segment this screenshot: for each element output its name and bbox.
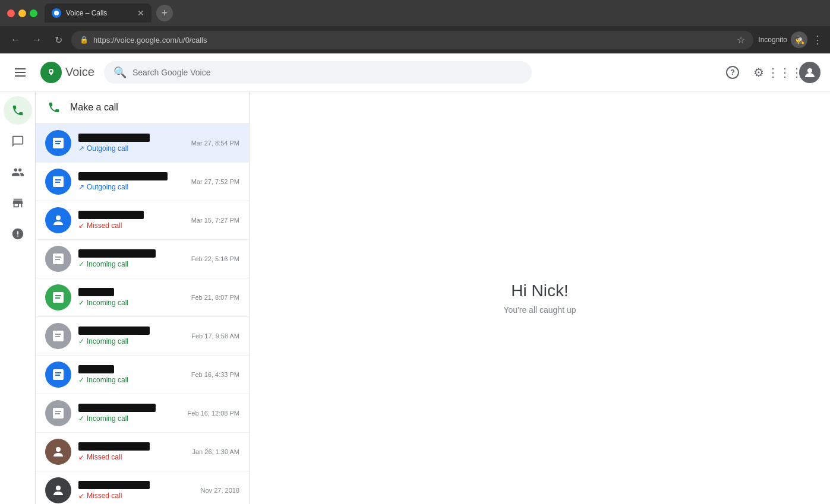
svg-point-3 xyxy=(807,68,812,73)
tab-close-icon[interactable]: ✕ xyxy=(137,8,144,18)
svg-point-10 xyxy=(56,215,61,220)
voice-logo-icon xyxy=(40,62,62,83)
help-button[interactable]: ? xyxy=(721,61,744,84)
svg-point-2 xyxy=(50,70,52,72)
call-date: Feb 17, 9:58 AM xyxy=(191,332,239,340)
incognito-avatar: 🕵 xyxy=(791,31,807,48)
call-type-label: Missed call xyxy=(87,492,122,500)
user-avatar[interactable] xyxy=(799,62,820,83)
call-list: ↗ Outgoing call Mar 27, 8:54 PM xyxy=(36,124,249,504)
call-info: ✓ Incoming call xyxy=(78,249,184,268)
svg-rect-25 xyxy=(55,413,60,414)
call-type: ✓ Incoming call xyxy=(78,376,184,384)
app-container: Voice 🔍 ? ⚙ ⋮⋮⋮ xyxy=(0,53,830,504)
call-info: ✓ Incoming call xyxy=(78,288,184,307)
settings-icon: ⚙ xyxy=(753,65,764,80)
call-date: Feb 22, 5:16 PM xyxy=(191,255,239,262)
call-info: ↗ Outgoing call xyxy=(78,134,184,153)
hamburger-menu-button[interactable] xyxy=(10,62,31,83)
call-list-item[interactable]: ↙ Missed call Nov 27, 2018 xyxy=(36,471,249,504)
call-avatar xyxy=(45,400,71,426)
outgoing-arrow-icon: ↗ xyxy=(78,183,84,191)
redacted-name xyxy=(78,249,156,258)
sidebar-item-contacts[interactable] xyxy=(4,158,32,186)
address-bar[interactable]: 🔒 https://voice.google.com/u/0/calls ☆ xyxy=(71,31,753,49)
call-type-label: Outgoing call xyxy=(87,183,128,191)
redacted-name xyxy=(78,404,156,412)
call-list-item[interactable]: ↙ Missed call Mar 15, 7:27 PM xyxy=(36,201,249,240)
call-name xyxy=(78,249,184,259)
call-date: Mar 27, 7:52 PM xyxy=(191,178,239,185)
call-list-item[interactable]: ✓ Incoming call Feb 17, 9:58 AM xyxy=(36,317,249,356)
traffic-lights xyxy=(7,9,37,17)
tab-favicon-icon xyxy=(52,8,61,18)
apps-button[interactable]: ⋮⋮⋮ xyxy=(773,61,797,84)
call-list-item[interactable]: ✓ Incoming call Feb 22, 5:16 PM xyxy=(36,240,249,278)
call-list-item[interactable]: ✓ Incoming call Feb 16, 4:33 PM xyxy=(36,356,249,394)
call-type-label: Incoming call xyxy=(87,376,128,384)
call-info: ↗ Outgoing call xyxy=(78,172,184,191)
call-date: Nov 27, 2018 xyxy=(201,487,239,494)
call-list-item[interactable]: ↗ Outgoing call Mar 27, 7:52 PM xyxy=(36,163,249,201)
incognito-label: Incognito xyxy=(758,36,787,44)
call-avatar xyxy=(45,323,71,349)
browser-titlebar: Voice – Calls ✕ + xyxy=(0,0,830,26)
call-list-item[interactable]: ↙ Missed call Jan 26, 1:30 AM xyxy=(36,433,249,471)
redacted-name xyxy=(78,442,150,451)
address-text: https://voice.google.com/u/0/calls xyxy=(93,36,207,45)
redacted-name xyxy=(78,288,114,296)
sidebar-item-messages[interactable] xyxy=(4,127,32,156)
sidebar-item-archive[interactable] xyxy=(4,220,32,248)
call-name xyxy=(78,288,184,297)
redacted-name xyxy=(78,481,150,489)
forward-button[interactable]: → xyxy=(29,31,45,48)
missed-arrow-icon: ↙ xyxy=(78,453,84,461)
call-list-item[interactable]: ✓ Incoming call Feb 21, 8:07 PM xyxy=(36,278,249,317)
call-date: Jan 26, 1:30 AM xyxy=(192,448,240,455)
svg-rect-5 xyxy=(55,141,61,142)
incognito-section: Incognito 🕵 xyxy=(758,31,807,48)
call-name xyxy=(78,442,185,452)
call-info: ✓ Incoming call xyxy=(78,404,181,423)
maximize-button[interactable] xyxy=(30,9,37,17)
apps-grid-icon: ⋮⋮⋮ xyxy=(767,65,803,80)
reload-button[interactable]: ↻ xyxy=(50,31,67,48)
call-type: ↗ Outgoing call xyxy=(78,183,184,191)
help-icon: ? xyxy=(726,66,739,79)
call-date: Feb 16, 4:33 PM xyxy=(191,371,239,378)
tab-title: Voice – Calls xyxy=(66,9,132,17)
call-type: ✓ Incoming call xyxy=(78,260,184,268)
search-input[interactable] xyxy=(132,68,522,77)
hamburger-line xyxy=(15,68,26,69)
browser-more-button[interactable]: ⋮ xyxy=(812,33,823,46)
minimize-button[interactable] xyxy=(18,9,26,17)
browser-tab[interactable]: Voice – Calls ✕ xyxy=(45,4,152,23)
svg-rect-24 xyxy=(55,411,61,412)
call-list-item[interactable]: ✓ Incoming call Feb 16, 12:08 PM xyxy=(36,394,249,433)
call-date: Feb 21, 8:07 PM xyxy=(191,294,239,301)
svg-rect-18 xyxy=(55,334,61,335)
svg-rect-12 xyxy=(55,256,61,258)
svg-rect-6 xyxy=(55,143,60,144)
call-date: Mar 27, 8:54 PM xyxy=(191,140,239,147)
close-button[interactable] xyxy=(7,9,15,17)
call-list-item[interactable]: ↗ Outgoing call Mar 27, 8:54 PM xyxy=(36,124,249,163)
sidebar-item-voicemail[interactable] xyxy=(4,189,32,217)
app-header: Voice 🔍 ? ⚙ ⋮⋮⋮ xyxy=(0,53,830,91)
back-button[interactable]: ← xyxy=(7,31,24,48)
greeting-title: Hi Nick! xyxy=(511,281,568,300)
bookmark-icon[interactable]: ☆ xyxy=(737,34,745,46)
call-info: ✓ Incoming call xyxy=(78,365,184,384)
svg-rect-19 xyxy=(55,336,60,337)
make-call-label: Make a call xyxy=(70,102,118,113)
svg-rect-13 xyxy=(55,259,60,260)
incoming-arrow-icon: ✓ xyxy=(78,337,84,345)
new-tab-button[interactable]: + xyxy=(156,5,173,21)
search-bar[interactable]: 🔍 xyxy=(104,61,532,84)
call-avatar xyxy=(45,130,71,156)
redacted-name xyxy=(78,172,168,180)
call-info: ↙ Missed call xyxy=(78,442,185,461)
redacted-name xyxy=(78,211,144,219)
make-call-row[interactable]: Make a call xyxy=(36,91,249,124)
sidebar-item-calls[interactable] xyxy=(4,96,32,125)
